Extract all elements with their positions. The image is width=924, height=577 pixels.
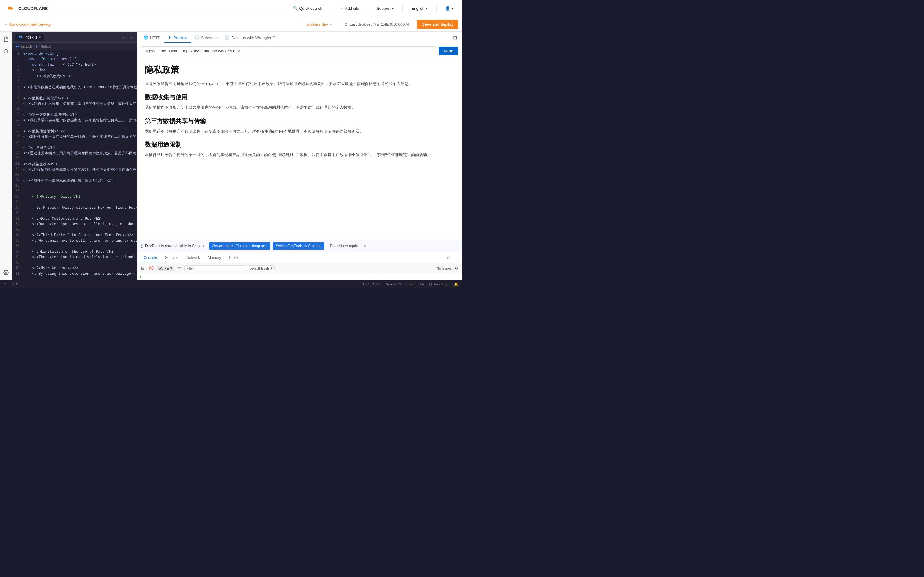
- banner-text: DevTools is now available in Chinese!: [145, 244, 206, 248]
- back-link[interactable]: ← flomo-bookmark-privacy: [4, 22, 52, 27]
- line-content-28: [23, 200, 137, 205]
- line-content-21: <h2>政策更改</h2>: [23, 161, 137, 167]
- project-divider: [338, 21, 338, 28]
- user-menu-button[interactable]: 👤 ▾: [441, 4, 457, 13]
- line-number-8: 8: [12, 90, 23, 94]
- devtools-settings-button[interactable]: ⚙: [446, 254, 452, 262]
- preview-tab-wrangler[interactable]: 📄 Develop with Wrangler CLI: [221, 33, 282, 43]
- tab-menu-button[interactable]: ⋮: [128, 34, 135, 40]
- console-prompt[interactable]: ▶: [137, 273, 462, 280]
- svg-line-2: [7, 52, 8, 53]
- toolbar-ban-button[interactable]: 🚫: [148, 265, 155, 271]
- line-number-35: 35: [12, 239, 23, 243]
- language-button[interactable]: English ▾: [407, 4, 431, 13]
- devtools-tab-console[interactable]: Console: [140, 254, 161, 262]
- line-number-1: 1: [12, 52, 23, 56]
- workers-link[interactable]: workers.dev ↗: [307, 22, 332, 27]
- line-content-13: <p>我们承诺不会将用户的数据出售、共享或传输给任何第三方。所有插件功能均在本地…: [23, 118, 137, 123]
- line-number-34: 34: [12, 233, 23, 237]
- worker-badge[interactable]: Worker ▾: [157, 266, 174, 271]
- preview-tab-http[interactable]: 🌐 HTTP: [140, 33, 164, 43]
- preview-panel: 🌐 HTTP 👁 Preview 🕐 Schedule 📄 Develop wi…: [137, 32, 462, 280]
- line-content-6: [23, 79, 137, 84]
- devtools-tab-network[interactable]: Network: [183, 254, 203, 262]
- line-number-4: 4: [12, 68, 23, 73]
- external-link-icon: ↗: [329, 23, 332, 26]
- line-number-7: 7: [12, 84, 23, 89]
- always-match-button[interactable]: Always match Chrome's language: [209, 242, 270, 250]
- js-badge: JS: [18, 35, 23, 39]
- tab-close-button[interactable]: ×: [39, 35, 41, 39]
- line-content-7: <p>本隐私政策旨在明确阐述我们的flomo-bookmark书签工具如何处理用…: [23, 84, 137, 90]
- code-line-6: 6: [12, 79, 137, 84]
- breadcrumb-separator: ›: [34, 45, 35, 48]
- sidebar-icon-files[interactable]: [1, 34, 11, 44]
- code-line-27: 27 <h1>Privacy Policy</h1>: [12, 194, 137, 200]
- tab-more-button[interactable]: ⋯: [120, 34, 127, 40]
- code-line-30: 30: [12, 211, 137, 216]
- toolbar-expand-button[interactable]: ⊞: [140, 265, 146, 271]
- devtools-tab-memory[interactable]: Memory: [204, 254, 225, 262]
- status-errors: ⊘ 0 ⚠ 0: [4, 282, 18, 286]
- switch-chinese-button[interactable]: Switch DevTools to Chinese: [273, 242, 325, 250]
- code-editor[interactable]: 1export default {2 async fetch(request) …: [12, 50, 137, 280]
- console-gear-button[interactable]: ⚙: [454, 265, 460, 271]
- support-button[interactable]: Support ▾: [373, 4, 398, 13]
- levels-chevron-icon: ▾: [271, 266, 272, 270]
- code-line-25: 25: [12, 184, 137, 189]
- line-number-12: 12: [12, 112, 23, 116]
- quick-search-button[interactable]: 🔍 Quick search: [289, 4, 326, 13]
- devtools-tabs: Console Sources Network Memory Profiler …: [137, 253, 462, 263]
- save-deploy-button[interactable]: Save and deploy: [417, 19, 458, 29]
- code-line-19: 19<p>通过使用本插件，用户表示理解并同意本隐私政策。若用户不同意本政策的任何…: [12, 150, 137, 156]
- dont-show-button[interactable]: Don't show again: [327, 242, 361, 250]
- preview-tab-preview[interactable]: 👁 Preview: [164, 33, 191, 43]
- devtools-more-button[interactable]: ⋮: [453, 254, 460, 262]
- devtools-tab-profiler[interactable]: Profiler: [225, 254, 244, 262]
- line-content-31: <h2>Data Collection and Use</h2>: [23, 216, 137, 221]
- line-number-41: 41: [12, 271, 23, 276]
- code-line-14: 14: [12, 123, 137, 128]
- cloudflare-logo-icon: [5, 3, 16, 14]
- line-content-41: <p>By using this extension, users acknow…: [23, 271, 137, 276]
- line-content-9: <h2>数据收集与使用</h2>: [23, 95, 137, 101]
- devtools-banner: ℹ DevTools is now available in Chinese! …: [137, 240, 462, 252]
- user-chevron-icon: ▾: [451, 6, 454, 11]
- code-line-39: 39: [12, 260, 137, 266]
- preview-h2-2: 第三方数据共享与传输: [145, 117, 455, 125]
- banner-close-button[interactable]: ×: [363, 243, 366, 249]
- toolbar-eye-button[interactable]: 👁: [176, 265, 182, 271]
- filter-input[interactable]: [184, 265, 245, 271]
- default-levels-dropdown[interactable]: Default levels ▾: [247, 265, 275, 271]
- add-site-button[interactable]: ＋ Add site: [336, 4, 363, 13]
- line-content-16: <p>本插件只用于旨在提升的单一目的，不会为实现与产品用途无关的目的而使用或转移…: [23, 134, 137, 139]
- status-notification-icon: 🔔: [454, 282, 458, 286]
- line-content-26: [23, 189, 137, 193]
- prompt-arrow: ▶: [140, 274, 142, 279]
- code-line-31: 31 <h2>Data Collection and Use</h2>: [12, 216, 137, 222]
- url-input[interactable]: [141, 47, 436, 55]
- preview-expand-button[interactable]: ⊡: [451, 34, 460, 42]
- preview-tabs: 🌐 HTTP 👁 Preview 🕐 Schedule 📄 Develop wi…: [137, 32, 462, 44]
- code-line-22: 22<p>我们保留随时修改本隐私政策的权利。任何政策变更将通过插件更新或用户通知…: [12, 167, 137, 172]
- editor-tab-index-js[interactable]: JS index.js ×: [14, 34, 44, 41]
- sidebar-icon-search[interactable]: [1, 47, 11, 56]
- sidebar-icon-settings[interactable]: [1, 268, 11, 277]
- deploy-info: 🗓 Last deployed Mar 15th, 9:10:00 AM: [344, 22, 409, 27]
- send-button[interactable]: Send: [439, 47, 458, 55]
- breadcrumb-export: [✦] default: [36, 45, 52, 48]
- line-content-15: <h2>数据用途限制</h2>: [23, 128, 137, 134]
- search-icon: 🔍: [293, 6, 298, 11]
- devtools-tab-sources[interactable]: Sources: [161, 254, 182, 262]
- code-line-28: 28: [12, 200, 137, 205]
- line-content-24: <p>如有任何关于本隐私政策的问题，请联系我们。</p>: [23, 178, 137, 184]
- line-content-12: <h2>第三方数据共享与传输</h2>: [23, 112, 137, 118]
- code-line-11: 11: [12, 106, 137, 112]
- breadcrumb-js-badge: JS: [14, 45, 20, 48]
- schedule-icon: 🕐: [195, 35, 199, 40]
- tab-actions: ⋯ ⋮: [120, 34, 135, 40]
- preview-h2-1: 数据收集与使用: [145, 93, 455, 102]
- line-content-2: async fetch(request) {: [23, 57, 137, 61]
- preview-tab-schedule[interactable]: 🕐 Schedule: [191, 33, 221, 43]
- nav-divider-3: [402, 5, 403, 12]
